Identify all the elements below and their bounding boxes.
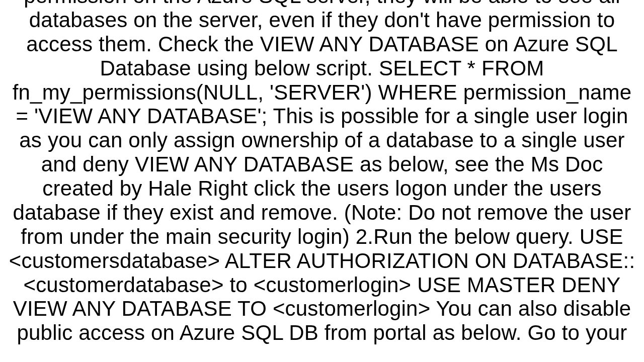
document-body-text: permission on the Azure SQL server, they… [4,0,640,345]
document-page: permission on the Azure SQL server, they… [0,0,644,362]
